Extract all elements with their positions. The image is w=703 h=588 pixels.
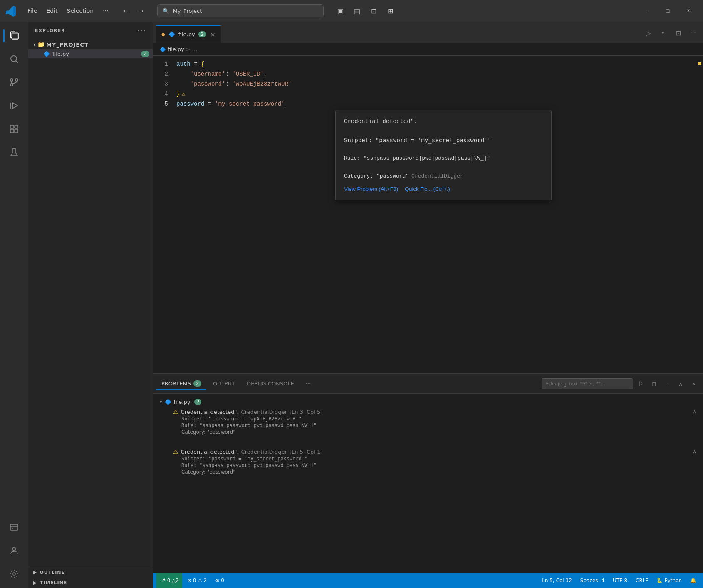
problem-title-2: Credential detected". bbox=[181, 449, 239, 455]
problem-title-1: Credential detected". bbox=[181, 409, 239, 415]
problems-tab-label: PROBLEMS bbox=[161, 380, 191, 387]
expand-panel-button[interactable]: ∧ bbox=[675, 378, 686, 390]
split-editor-button[interactable]: ⊡ bbox=[367, 4, 380, 17]
breadcrumb: 🔷 file.py > ... bbox=[153, 43, 703, 56]
toggle-panel-button[interactable]: ▤ bbox=[350, 4, 364, 17]
code-editor[interactable]: 1 2 3 4 5 auth = { 'username': 'USER_ID'… bbox=[153, 56, 678, 373]
code-line-1: auth = { bbox=[176, 59, 678, 69]
errors-warnings-status[interactable]: ⊘ 0 ⚠ 2 bbox=[184, 573, 210, 588]
project-name: MY_PROJECT bbox=[46, 42, 89, 48]
problem-file-name: file.py bbox=[174, 399, 191, 405]
extensions-icon bbox=[9, 124, 19, 134]
code-line-4: }⚠ bbox=[176, 89, 678, 99]
file-name: file.py bbox=[52, 51, 69, 57]
errors-text: ⊘ 0 ⚠ 2 bbox=[187, 578, 207, 583]
problem-location-1: [Ln 3, Col 5] bbox=[290, 409, 322, 415]
problems-tab[interactable]: PROBLEMS 2 bbox=[156, 378, 206, 390]
menu-more[interactable]: ··· bbox=[99, 6, 112, 16]
sidebar-menu-button[interactable]: ··· bbox=[137, 27, 146, 35]
svg-rect-13 bbox=[10, 129, 14, 133]
tooltip-category: Category: "password" bbox=[344, 172, 409, 181]
problem-rule-1: Rule: "sshpass|password|pwd|passwd|pass[… bbox=[173, 422, 696, 428]
breadcrumb-separator: > bbox=[186, 46, 191, 52]
breadcrumb-more[interactable]: ... bbox=[192, 46, 197, 52]
project-folder[interactable]: ▾ 📁 MY_PROJECT bbox=[28, 40, 153, 49]
breadcrumb-file[interactable]: file.py bbox=[168, 46, 184, 52]
svg-marker-9 bbox=[12, 103, 17, 109]
minimize-button[interactable]: − bbox=[637, 4, 656, 17]
line-numbers: 1 2 3 4 5 bbox=[153, 56, 173, 373]
activity-remote[interactable] bbox=[3, 516, 25, 538]
panel-filter-area: ⚐ ⊓ ≡ ∧ × bbox=[542, 378, 700, 390]
problem-header-1: ⚠ Credential detected". CredentialDigger… bbox=[173, 408, 696, 415]
nav-forward-button[interactable]: → bbox=[134, 4, 147, 17]
activity-extensions[interactable] bbox=[3, 118, 25, 140]
output-tab[interactable]: OUTPUT bbox=[208, 378, 240, 390]
remote-status[interactable]: ⊕ 0 bbox=[212, 573, 228, 588]
explorer-icon bbox=[9, 30, 20, 41]
panel-more-tab[interactable]: ··· bbox=[301, 378, 316, 390]
toggle-sidebar-button[interactable]: ▣ bbox=[334, 4, 347, 17]
activity-settings[interactable] bbox=[3, 563, 25, 585]
output-tab-label: OUTPUT bbox=[213, 380, 235, 387]
problem-file-group[interactable]: ▾ 🔷 file.py 2 bbox=[153, 397, 703, 407]
notifications-status[interactable]: 🔔 bbox=[687, 573, 700, 588]
code-content[interactable]: auth = { 'username': 'USER_ID', 'passwor… bbox=[173, 56, 678, 373]
language-status[interactable]: 🐍 Python bbox=[653, 573, 685, 588]
cursor-position-status[interactable]: Ln 5, Col 32 bbox=[539, 573, 575, 588]
problem-snippet-1: Snippet: "'password': 'wpAUEjB28zrtwUR'" bbox=[173, 416, 696, 422]
titlebar: File Edit Selection ··· ← → 🔍 My_Project… bbox=[0, 0, 703, 22]
encoding-status[interactable]: UTF-8 bbox=[609, 573, 631, 588]
vcs-status[interactable]: ⎇ 0 △2 bbox=[156, 573, 182, 588]
collapse-all-button[interactable]: ≡ bbox=[661, 378, 673, 390]
editor-area: ● 🔷 file.py 2 × ▷ ▾ ⊡ ··· 🔷 file.py > ..… bbox=[153, 22, 703, 588]
problem-source-2: CredentialDigger bbox=[241, 449, 287, 455]
file-item-file-py[interactable]: 🔷 file.py 2 bbox=[28, 49, 153, 58]
activity-accounts[interactable] bbox=[3, 540, 25, 561]
quick-fix-link[interactable]: Quick Fix... (Ctrl+.) bbox=[405, 185, 450, 194]
menu-selection[interactable]: Selection bbox=[63, 6, 98, 16]
svg-point-6 bbox=[15, 79, 18, 81]
tooltip-links: View Problem (Alt+F8) Quick Fix... (Ctrl… bbox=[344, 185, 543, 194]
eol-status[interactable]: CRLF bbox=[632, 573, 651, 588]
hover-tooltip: Credential detected". Snippet: "password… bbox=[335, 110, 552, 200]
vscode-logo-icon bbox=[5, 5, 17, 17]
run-file-button[interactable]: ▷ bbox=[641, 26, 655, 40]
filter-icon-button[interactable]: ⚐ bbox=[635, 378, 646, 390]
filter-input[interactable] bbox=[542, 378, 633, 389]
more-actions-button[interactable]: ··· bbox=[686, 26, 700, 40]
activity-explorer[interactable] bbox=[3, 25, 25, 47]
tab-close-button[interactable]: × bbox=[210, 30, 216, 39]
search-icon: 🔍 bbox=[163, 8, 169, 14]
menu-edit[interactable]: Edit bbox=[42, 6, 62, 16]
menu-file[interactable]: File bbox=[23, 6, 41, 16]
svg-rect-1 bbox=[12, 33, 18, 39]
activity-source-control[interactable] bbox=[3, 72, 25, 93]
tab-file-py[interactable]: ● 🔷 file.py 2 × bbox=[156, 25, 221, 43]
layout-button[interactable]: ⊞ bbox=[384, 4, 397, 17]
explorer-title: EXPLORER bbox=[35, 28, 65, 33]
activity-search[interactable] bbox=[3, 48, 25, 70]
nav-back-button[interactable]: ← bbox=[119, 4, 132, 17]
debug-console-tab[interactable]: DEBUG CONSOLE bbox=[242, 378, 299, 390]
activity-testing[interactable] bbox=[3, 141, 25, 163]
spaces-status[interactable]: Spaces: 4 bbox=[577, 573, 608, 588]
outline-section[interactable]: ▶ OUTLINE bbox=[28, 567, 153, 578]
search-bar[interactable]: 🔍 My_Project bbox=[157, 4, 324, 17]
timeline-section[interactable]: ▶ TIMELINE bbox=[28, 578, 153, 588]
window-controls: − □ × bbox=[637, 4, 698, 17]
code-line-2: 'username': 'USER_ID', bbox=[176, 69, 678, 79]
activity-bar bbox=[0, 22, 28, 588]
remote-icon bbox=[9, 522, 19, 532]
activity-run[interactable] bbox=[3, 95, 25, 116]
problem-item-2[interactable]: ⚠ Credential detected". CredentialDigger… bbox=[153, 447, 703, 477]
problem-item-1[interactable]: ⚠ Credential detected". CredentialDigger… bbox=[153, 407, 703, 437]
run-dropdown-button[interactable]: ▾ bbox=[656, 26, 670, 40]
close-button[interactable]: × bbox=[679, 4, 698, 17]
view-problem-link[interactable]: View Problem (Alt+F8) bbox=[344, 185, 398, 194]
copy-panel-button[interactable]: ⊓ bbox=[648, 378, 660, 390]
split-editor-button[interactable]: ⊡ bbox=[671, 26, 685, 40]
maximize-button[interactable]: □ bbox=[658, 4, 677, 17]
minimap[interactable] bbox=[678, 56, 703, 373]
close-panel-button[interactable]: × bbox=[688, 378, 700, 390]
